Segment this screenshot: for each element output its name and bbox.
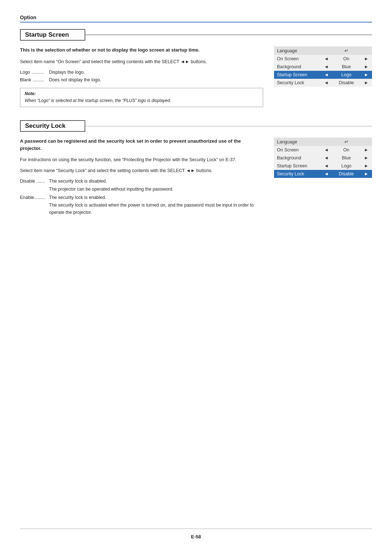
security-lock-bold: A password can be registered and the sec… bbox=[20, 138, 263, 152]
sl-menu-arrow-left-onscreen: ◄ bbox=[320, 146, 332, 154]
menu-value-onscreen: On bbox=[332, 55, 360, 63]
menu-arrow-left-onscreen: ◄ bbox=[320, 55, 332, 63]
menu-row-startup-screen: Startup Screen ◄ Logo ► bbox=[274, 71, 372, 79]
sl-menu-row-background: Background ◄ Blue ► bbox=[274, 154, 372, 162]
list-desc-logo: Displays the logo. bbox=[49, 69, 263, 76]
menu-label-security-lock: Security Lock bbox=[274, 79, 320, 87]
menu-row-security-lock: Security Lock ◄ Disable ► bbox=[274, 79, 372, 87]
menu-arrow-right-startup-screen: ► bbox=[360, 71, 372, 79]
startup-screen-left: This is the selection of whether or not … bbox=[20, 46, 263, 107]
sl-menu-arrow-right-language bbox=[360, 138, 372, 146]
menu-value-security-lock: Disable bbox=[332, 79, 360, 87]
note-text: When “Logo” is selected at the startup s… bbox=[25, 97, 258, 104]
sl-menu-label-startup-screen: Startup Screen bbox=[274, 162, 320, 170]
startup-screen-title: Startup Screen bbox=[20, 29, 85, 41]
security-desc-disable2: The projector can be operated without in… bbox=[20, 186, 263, 193]
list-item-blank: Blank ......... Does not display the log… bbox=[20, 77, 263, 83]
menu-label-onscreen: On Screen bbox=[274, 55, 320, 63]
security-lock-para2: Select item name “Security Lock” and sel… bbox=[20, 167, 263, 174]
security-lock-section: Security Lock A password can be register… bbox=[20, 120, 372, 217]
note-label: Note: bbox=[25, 91, 258, 96]
sl-menu-arrow-left-background: ◄ bbox=[320, 154, 332, 162]
menu-value-background: Blue bbox=[332, 63, 360, 71]
security-lock-menu: Language ↵ On Screen ◄ On ► Backgr bbox=[274, 138, 372, 217]
security-desc-disable: The security lock is disabled. bbox=[49, 178, 263, 185]
startup-screen-list: Logo .......... Displays the logo. Blank… bbox=[20, 69, 263, 84]
page-footer: E-58 bbox=[20, 529, 372, 539]
security-desc-enable: The security lock is enabled. bbox=[49, 194, 263, 201]
menu-value-language: ↵ bbox=[332, 46, 360, 55]
sl-menu-arrow-right-background: ► bbox=[360, 154, 372, 162]
menu-row-onscreen: On Screen ◄ On ► bbox=[274, 55, 372, 63]
security-lock-list: Disable ....... The security lock is dis… bbox=[20, 178, 263, 216]
menu-row-language: Language ↵ bbox=[274, 46, 372, 55]
startup-screen-bold: This is the selection of whether or not … bbox=[20, 46, 263, 54]
list-item-logo: Logo .......... Displays the logo. bbox=[20, 69, 263, 76]
menu-arrow-right-background: ► bbox=[360, 63, 372, 71]
sl-menu-label-onscreen: On Screen bbox=[274, 146, 320, 154]
sl-menu-arrow-right-onscreen: ► bbox=[360, 146, 372, 154]
security-lock-para1: For instructions on using the security f… bbox=[20, 156, 263, 163]
sl-menu-label-language: Language bbox=[274, 138, 320, 146]
page-number: E-58 bbox=[191, 534, 201, 539]
page-header: Option bbox=[20, 15, 372, 23]
menu-arrow-right-onscreen: ► bbox=[360, 55, 372, 63]
sl-menu-value-language: ↵ bbox=[332, 138, 360, 146]
sl-menu-value-startup-screen: Logo bbox=[332, 162, 360, 170]
security-lock-title-bar: Security Lock bbox=[20, 120, 372, 132]
security-term-disable: Disable ....... bbox=[20, 178, 49, 185]
list-term-blank: Blank ......... bbox=[20, 77, 49, 83]
menu-row-background: Background ◄ Blue ► bbox=[274, 63, 372, 71]
startup-screen-title-bar: Startup Screen bbox=[20, 29, 372, 41]
startup-screen-title-line bbox=[85, 34, 372, 35]
menu-arrow-right-language bbox=[360, 46, 372, 55]
security-lock-left: A password can be registered and the sec… bbox=[20, 138, 263, 217]
menu-label-startup-screen: Startup Screen bbox=[274, 71, 320, 79]
menu-arrow-left-startup-screen: ◄ bbox=[320, 71, 332, 79]
menu-arrow-right-security-lock: ► bbox=[360, 79, 372, 87]
sl-menu-label-background: Background bbox=[274, 154, 320, 162]
sl-menu-arrow-left-security-lock: ◄ bbox=[320, 170, 332, 178]
list-desc-blank: Does not display the logo. bbox=[49, 77, 263, 83]
sl-menu-arrow-right-startup-screen: ► bbox=[360, 162, 372, 170]
menu-arrow-left-background: ◄ bbox=[320, 63, 332, 71]
security-lock-title-line bbox=[85, 126, 372, 127]
sl-menu-row-security-lock: Security Lock ◄ Disable ► bbox=[274, 170, 372, 178]
menu-label-language: Language bbox=[274, 46, 320, 55]
security-lock-title: Security Lock bbox=[20, 120, 85, 132]
security-lock-body: A password can be registered and the sec… bbox=[20, 138, 372, 217]
sl-menu-arrow-right-security-lock: ► bbox=[360, 170, 372, 178]
sl-menu-row-language: Language ↵ bbox=[274, 138, 372, 146]
security-term-enable: Enable......... bbox=[20, 194, 49, 201]
startup-screen-body: This is the selection of whether or not … bbox=[20, 46, 372, 107]
list-term-logo: Logo .......... bbox=[20, 69, 49, 76]
page-header-title: Option bbox=[20, 15, 36, 20]
sl-menu-row-onscreen: On Screen ◄ On ► bbox=[274, 146, 372, 154]
menu-value-startup-screen: Logo bbox=[332, 71, 360, 79]
sl-menu-label-security-lock: Security Lock bbox=[274, 170, 320, 178]
sl-menu-row-startup-screen: Startup Screen ◄ Logo ► bbox=[274, 162, 372, 170]
page: Option Startup Screen This is the select… bbox=[0, 0, 392, 252]
sl-menu-value-background: Blue bbox=[332, 154, 360, 162]
menu-arrow-left-security-lock: ◄ bbox=[320, 79, 332, 87]
startup-screen-section: Startup Screen This is the selection of … bbox=[20, 29, 372, 107]
sl-menu-arrow-left-language bbox=[320, 138, 332, 146]
startup-screen-menu: Language ↵ On Screen ◄ On ► Backgr bbox=[274, 46, 372, 107]
security-lock-menu-table: Language ↵ On Screen ◄ On ► Backgr bbox=[274, 138, 372, 178]
startup-screen-note: Note: When “Logo” is selected at the sta… bbox=[20, 88, 263, 107]
sl-menu-value-onscreen: On bbox=[332, 146, 360, 154]
startup-screen-menu-table: Language ↵ On Screen ◄ On ► Backgr bbox=[274, 46, 372, 87]
startup-screen-para1: Select item name “On Screen” and select … bbox=[20, 58, 263, 65]
menu-arrow-left-language bbox=[320, 46, 332, 55]
menu-label-background: Background bbox=[274, 63, 320, 71]
security-list-disable: Disable ....... The security lock is dis… bbox=[20, 178, 263, 185]
sl-menu-value-security-lock: Disable bbox=[332, 170, 360, 178]
security-list-enable: Enable......... The security lock is ena… bbox=[20, 194, 263, 201]
sl-menu-arrow-left-startup-screen: ◄ bbox=[320, 162, 332, 170]
security-desc-enable2: The security lock is activated when the … bbox=[20, 202, 263, 216]
